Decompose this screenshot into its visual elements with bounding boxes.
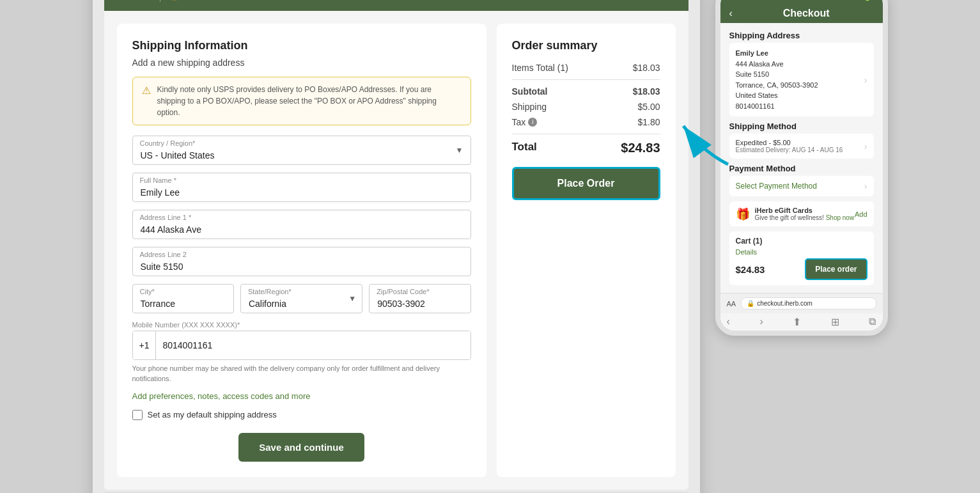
phone-nav: ‹ Checkout — [720, 4, 883, 23]
full-name-field[interactable]: Full Name * — [132, 173, 471, 202]
phone-shipping-address-title: Shipping Address — [729, 31, 874, 40]
phone-browser-bar: AA 🔒 checkout.iherb.com — [720, 293, 883, 313]
phone-time: 1:34 — [731, 0, 744, 1]
phone-egift-title: iHerb eGift Cards — [755, 207, 855, 214]
address1-input[interactable] — [132, 210, 471, 239]
phone-mockup: 1:34 5G 🔋 ‹ Checkout Shipping Address Em… — [715, 0, 888, 336]
total-label: Total — [512, 141, 537, 155]
warning-box: ⚠ Kindly note only USPS provides deliver… — [132, 77, 471, 125]
phone-address-details: Emily Lee 444 Alaska Ave Suite 5150 Torr… — [736, 48, 818, 111]
phone-browser-aa[interactable]: AA — [727, 300, 736, 308]
chevron-right-icon: › — [864, 181, 867, 191]
subtotal-amount: $18.03 — [633, 86, 660, 97]
full-name-input[interactable] — [132, 173, 471, 202]
phone-egift-sub: Give the gift of wellness! Shop now — [755, 214, 855, 221]
checkout-header: iHerb 🔒 Checkout 🛒 Return to cart — [104, 0, 688, 11]
phone-shipping-method-sub: Estimated Delivery: AUG 14 - AUG 16 — [736, 146, 843, 153]
iherb-logo: iHerb — [120, 0, 152, 2]
lock-icon: 🔒 — [168, 0, 181, 1]
phone-input[interactable] — [156, 331, 470, 359]
city-field[interactable]: City* — [132, 284, 234, 313]
phone-payment-card[interactable]: Select Payment Method › — [729, 176, 874, 196]
gift-icon: 🎁 — [736, 207, 750, 221]
phone-place-order-button[interactable]: Place order — [805, 258, 867, 280]
phone-note: Your phone number may be shared with the… — [132, 364, 471, 384]
shipping-form: Shipping Information Add a new shipping … — [117, 24, 486, 477]
phone-prefix: +1 — [133, 331, 157, 359]
tax-amount: $1.80 — [637, 117, 660, 127]
phone-url-bar[interactable]: 🔒 checkout.iherb.com — [741, 297, 876, 309]
default-address-checkbox-row[interactable]: Set as my default shipping address — [132, 410, 471, 420]
shop-now-link[interactable]: Shop now — [826, 214, 854, 221]
chevron-right-icon: › — [864, 75, 867, 85]
shipping-subtitle: Add a new shipping address — [132, 58, 471, 68]
country-select[interactable]: US - United States — [132, 136, 471, 165]
items-row: Items Total (1) $18.03 — [512, 63, 660, 73]
total-amount: $24.83 — [621, 141, 660, 155]
phone-mockup-container: 1:34 5G 🔋 ‹ Checkout Shipping Address Em… — [715, 0, 888, 336]
phone-body: Shipping Address Emily Lee 444 Alaska Av… — [720, 23, 883, 293]
zip-field[interactable]: Zip/Postal Code* — [369, 284, 471, 313]
phone-cart-total: $24.83 — [736, 264, 765, 275]
zip-input[interactable] — [369, 284, 471, 313]
address2-input[interactable] — [132, 247, 471, 276]
phone-cart-section: Cart (1) Details $24.83 Place order — [729, 231, 874, 285]
address2-field[interactable]: Address Line 2 — [132, 247, 471, 276]
subtotal-row: Subtotal $18.03 — [512, 86, 660, 97]
phone-nav-title: Checkout — [739, 8, 874, 19]
tax-row: Tax i $1.80 — [512, 117, 660, 127]
phone-add-link[interactable]: Add — [855, 210, 867, 218]
phone-browser-nav: ‹ › ⬆ ⊞ ⧉ — [720, 313, 883, 331]
phone-egift-card: 🎁 iHerb eGift Cards Give the gift of wel… — [729, 201, 874, 226]
phone-field[interactable]: +1 — [132, 331, 471, 360]
browser-back-icon[interactable]: ‹ — [727, 316, 730, 328]
warning-text: Kindly note only USPS provides delivery … — [157, 84, 462, 118]
default-address-label: Set as my default shipping address — [148, 410, 277, 419]
back-arrow-icon[interactable]: ‹ — [729, 8, 733, 19]
browser-tabs-icon[interactable]: ⧉ — [869, 316, 876, 328]
subtotal-label: Subtotal — [512, 86, 548, 97]
shipping-row: Shipping $5.00 — [512, 102, 660, 112]
state-field[interactable]: State/Region* California ▼ — [240, 284, 362, 313]
header-divider — [160, 0, 160, 2]
items-label: Items Total (1) — [512, 63, 568, 73]
order-summary: Order summary Items Total (1) $18.03 Sub… — [497, 24, 676, 477]
total-row: Total $24.83 — [512, 141, 660, 155]
shipping-amount: $5.00 — [637, 102, 660, 112]
save-continue-button[interactable]: Save and continue — [238, 433, 364, 462]
phone-label: Mobile Number (XXX XXX XXXX)* — [132, 321, 471, 329]
default-address-checkbox[interactable] — [132, 410, 143, 420]
lock-icon: 🔒 — [747, 300, 754, 307]
phone-cart-title: Cart (1) — [736, 237, 867, 246]
phone-shipping-method-title: Shipping Method — [729, 121, 874, 131]
warning-icon: ⚠ — [142, 84, 151, 118]
header-checkout-title: 🔒 Checkout — [168, 0, 229, 1]
items-amount: $18.03 — [633, 63, 660, 73]
chevron-right-icon: › — [864, 141, 867, 152]
phone-select-payment-link[interactable]: Select Payment Method — [736, 182, 817, 191]
info-icon: i — [528, 118, 537, 127]
browser-share-icon[interactable]: ⬆ — [793, 316, 801, 328]
phone-payment-method-title: Payment Method — [729, 164, 874, 173]
browser-forward-icon[interactable]: › — [759, 316, 763, 328]
shipping-title: Shipping Information — [132, 39, 471, 52]
phone-shipping-method-name: Expedited - $5.00 — [736, 139, 843, 146]
tax-label: Tax i — [512, 117, 538, 127]
phone-details-link[interactable]: Details — [736, 248, 867, 256]
country-field[interactable]: Country / Region* US - United States ▼ — [132, 136, 471, 165]
add-preferences-link[interactable]: Add preferences, notes, access codes and… — [132, 391, 471, 401]
phone-signal: 5G 🔋 — [852, 0, 873, 1]
laptop-frame: iHerb 🔒 Checkout 🛒 Return to cart — [93, 0, 700, 493]
state-select[interactable]: California — [240, 284, 362, 313]
city-input[interactable] — [132, 284, 234, 313]
phone-address-card[interactable]: Emily Lee 444 Alaska Ave Suite 5150 Torr… — [729, 43, 874, 116]
address1-field[interactable]: Address Line 1 * — [132, 210, 471, 239]
browser-bookmarks-icon[interactable]: ⊞ — [831, 316, 839, 328]
order-summary-title: Order summary — [512, 39, 660, 52]
place-order-button[interactable]: Place Order — [512, 167, 660, 200]
shipping-label: Shipping — [512, 102, 547, 112]
phone-shipping-method-card[interactable]: Expedited - $5.00 Estimated Delivery: AU… — [729, 134, 874, 159]
